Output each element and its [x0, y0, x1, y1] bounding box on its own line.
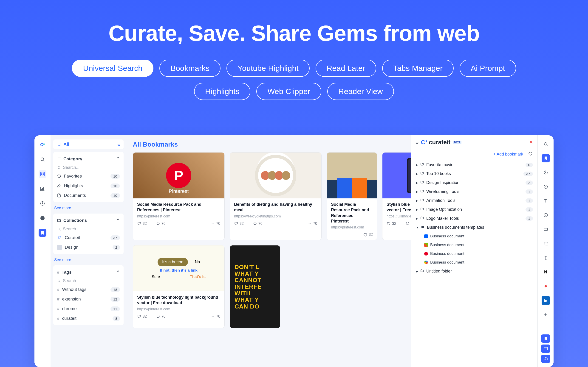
pill-bookmarks[interactable]: Bookmarks — [159, 60, 221, 77]
sb-category-head[interactable]: Category ⌃ — [53, 154, 124, 164]
tree-folder-design[interactable]: ▶Design Inspiration2 — [414, 178, 535, 187]
tree-folder-favorite-movie[interactable]: ▶Favorite movie0 — [414, 160, 535, 169]
search-icon — [57, 279, 61, 283]
tree-folder-top10books[interactable]: ▶Top 10 books37 — [414, 169, 535, 178]
comment-stat[interactable]: 70 — [156, 315, 166, 319]
collapse-panel-icon[interactable]: » — [416, 140, 418, 145]
tree-folder-image-opt[interactable]: ▶Image Optimization1 — [414, 205, 535, 214]
moon-icon[interactable] — [542, 168, 550, 177]
bookmark-card[interactable]: DON'T L WHAT Y CANNOT INTERFE WITH WHAT … — [230, 245, 280, 328]
share-stat[interactable]: 70 — [211, 315, 220, 319]
add-icon[interactable]: + — [542, 311, 550, 319]
pinterest-brand-text: Pinterest — [133, 188, 225, 194]
like-stat[interactable]: 32 — [137, 222, 147, 226]
clock-icon[interactable] — [542, 183, 550, 191]
record-icon[interactable] — [542, 282, 550, 290]
notion-icon[interactable]: N — [542, 268, 550, 276]
pill-highlights[interactable]: Highlights — [194, 83, 250, 100]
tree-child-pinterest[interactable]: Business document — [422, 249, 535, 258]
tabs-action-icon[interactable] — [541, 344, 550, 353]
pill-tabs-manager[interactable]: Tabs Manager — [382, 60, 454, 77]
comment-stat[interactable]: 70 — [156, 222, 166, 226]
caret-right-icon: ▶ — [416, 172, 418, 175]
pill-read-later[interactable]: Read Later — [316, 60, 376, 77]
sb-item-favorites[interactable]: Favorites 10 — [53, 171, 124, 181]
history-icon[interactable] — [39, 200, 46, 207]
screenshot-icon[interactable] — [542, 240, 550, 248]
text-icon[interactable] — [542, 254, 550, 262]
comment-stat[interactable]: 70 — [253, 222, 262, 226]
refresh-icon[interactable] — [528, 152, 532, 157]
sb-category-search[interactable]: Search... — [53, 164, 124, 171]
sidebar-all[interactable]: All « — [53, 140, 124, 149]
folder-label: Business documents templates — [427, 225, 484, 230]
search-icon[interactable] — [542, 140, 550, 148]
tree-child-google[interactable]: Business document — [422, 258, 535, 267]
share-stat[interactable]: 70 — [308, 222, 317, 226]
add-bookmark-button[interactable]: + Add bookmark — [493, 152, 523, 157]
grid-view-icon[interactable] — [39, 170, 46, 178]
linkedin-icon[interactable]: in — [542, 296, 550, 305]
pill-reader-view[interactable]: Reader View — [327, 83, 394, 100]
tree-folder-untitled[interactable]: ▶Untitled folder — [414, 267, 535, 276]
count-badge: 37 — [111, 235, 120, 240]
tree-folder-animation[interactable]: ▶Animation Tools1 — [414, 196, 535, 205]
cloud-upload-icon[interactable] — [541, 355, 550, 363]
hash-icon: # — [57, 297, 60, 302]
wallet-icon[interactable] — [542, 225, 550, 234]
share-stat[interactable]: 70 — [211, 222, 220, 226]
sb-coll-design[interactable]: Design 2 — [53, 242, 124, 252]
sb-collections-seemore[interactable]: See more — [53, 256, 124, 265]
pill-universal-search[interactable]: Universal Search — [72, 60, 153, 77]
sb-collections-head[interactable]: Collections ⌃ — [53, 215, 124, 225]
count-badge: 0 — [526, 163, 533, 167]
tree-child-ms[interactable]: Business document — [422, 241, 535, 249]
bookmark-rail-icon[interactable] — [39, 229, 46, 237]
sb-tag-extension[interactable]: #extension12 — [53, 294, 124, 304]
sb-item-documents[interactable]: Documents 10 — [53, 191, 124, 200]
sb-category-seemore[interactable]: See more — [53, 204, 124, 214]
bookmark-icon[interactable] — [542, 154, 550, 162]
sb-tags-search[interactable]: Search... — [53, 277, 124, 285]
search-icon[interactable] — [39, 156, 46, 163]
sb-tags-head[interactable]: # Tags ⌃ — [53, 267, 124, 277]
collapse-sidebar-icon[interactable]: « — [117, 142, 120, 147]
card-title: Stylish blue technology light background… — [137, 294, 220, 306]
info-icon[interactable] — [542, 211, 550, 219]
profile-icon[interactable] — [39, 214, 46, 222]
chevron-up-icon: ⌃ — [116, 269, 120, 275]
like-stat[interactable]: 32 — [234, 222, 244, 226]
sb-tag-curateit[interactable]: #curateit8 — [53, 314, 124, 323]
brand-logo-icon[interactable]: C* — [39, 141, 46, 149]
like-stat[interactable]: 32 — [363, 233, 373, 237]
search-placeholder: Search... — [63, 278, 79, 283]
tree-folder-wireframing[interactable]: ▶Wireframing Tools1 — [414, 187, 535, 196]
pill-web-clipper[interactable]: Web Clipper — [256, 83, 321, 100]
sb-tags-group: # Tags ⌃ Search... #Without tags18 #exte… — [53, 265, 124, 325]
sb-coll-curateit[interactable]: C* Curateit 37 — [53, 233, 124, 242]
stat-value: 70 — [216, 222, 220, 226]
bookmark-card[interactable]: Benefits of dieting and having a healthy… — [230, 152, 321, 240]
svg-point-10 — [544, 142, 547, 145]
pill-youtube-highlight[interactable]: Youtube Highlight — [226, 60, 309, 77]
sb-tag-withouttags[interactable]: #Without tags18 — [53, 285, 124, 294]
pill-ai-prompt[interactable]: Ai Prompt — [460, 60, 516, 77]
like-stat[interactable]: 32 — [387, 222, 396, 226]
tree-folder-business-docs[interactable]: ▼Business documents templates — [414, 223, 535, 232]
bookmark-card[interactable]: Social Media Resource Pack and Reference… — [327, 152, 377, 240]
tree-folder-logo-maker[interactable]: ▶Logo Maker Tools1 — [414, 214, 535, 223]
folder-icon — [57, 218, 61, 223]
close-icon[interactable]: × — [529, 139, 533, 146]
bookmark-card[interactable]: P Pinterest Social Media Resource Pack a… — [133, 152, 225, 240]
book-icon[interactable] — [542, 197, 550, 205]
analytics-icon[interactable] — [39, 185, 46, 193]
bookmark-action-icon[interactable] — [541, 334, 550, 343]
sb-item-highlights[interactable]: Highlights 10 — [53, 181, 124, 191]
tree-child-dropbox[interactable]: Business document — [422, 232, 535, 241]
count-badge: 10 — [111, 184, 120, 188]
sb-tag-chrome[interactable]: #chrome11 — [53, 304, 124, 314]
sb-collections-search[interactable]: Search... — [53, 225, 124, 233]
hash-icon: # — [57, 316, 60, 321]
bookmark-card[interactable]: It's a buttonNo If not, then it's a link… — [133, 245, 225, 328]
like-stat[interactable]: 32 — [137, 315, 147, 319]
